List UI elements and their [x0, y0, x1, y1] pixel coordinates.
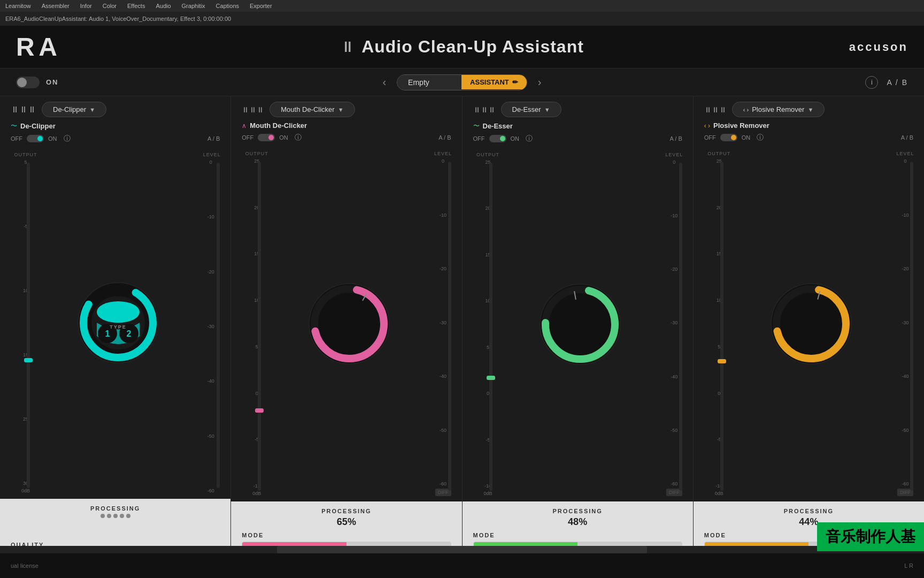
preset-prev-button[interactable]: ‹: [378, 74, 390, 90]
svg-text:1: 1: [105, 329, 110, 338]
mouth-de-clicker-switch[interactable]: [258, 134, 275, 141]
de-clipper-button[interactable]: De-Clipper ▼: [42, 102, 106, 117]
mouth-level-label: LEVEL: [434, 151, 452, 156]
mouth-knob-container[interactable]: [304, 278, 395, 369]
left-controls: ON: [16, 77, 59, 88]
svg-point-18: [553, 298, 607, 351]
mouth-de-clicker-button[interactable]: Mouth De-Clicker ▼: [270, 102, 355, 117]
mouth-de-clicker-on-label: ON: [279, 134, 288, 141]
subtitle-box: 音乐制作人基: [817, 522, 924, 551]
plosive-label-arrows: ‹ ›: [743, 107, 749, 113]
de-clipper-info-icon[interactable]: ⓘ: [64, 134, 71, 143]
assistant-icon: ✏: [512, 78, 518, 86]
de-clipper-off-label: OFF: [11, 135, 22, 142]
scroll-area[interactable]: [0, 546, 924, 553]
svg-point-23: [784, 297, 838, 351]
de-clipper-ab[interactable]: A / B: [207, 135, 220, 142]
subtitle-text: 音乐制作人基: [826, 528, 915, 545]
mouth-de-clicker-label: Mouth De-Clicker: [281, 105, 334, 113]
plugin-header: R A ⏸ Audio Clean-Up Assistant accuson: [0, 26, 924, 69]
title-bar: ERA6_AudioCleanUpAssistant: Audio 1, Voi…: [0, 12, 924, 26]
de-clipper-dropdown-arrow: ▼: [89, 107, 95, 113]
menu-graphitix[interactable]: Graphitix: [182, 3, 205, 9]
plosive-level-bar: [910, 162, 913, 491]
plosive-remover-button[interactable]: ‹ › Plosive Remover ▼: [732, 102, 825, 117]
menu-color[interactable]: Color: [103, 3, 117, 9]
plosive-remover-ab[interactable]: A / B: [901, 134, 913, 141]
plosive-remover-toggle-row: OFF ON ⓘ A / B: [694, 133, 924, 142]
menu-assembler[interactable]: Assembler: [42, 3, 70, 9]
menu-infor[interactable]: Infor: [80, 3, 92, 9]
de-esser-header: ⏸⏸⏸ De-Esser ▼: [463, 102, 693, 117]
plosive-output-value: 0dB: [715, 491, 723, 496]
de-esser-ab[interactable]: A / B: [670, 135, 682, 142]
de-esser-output-handle[interactable]: [487, 376, 495, 380]
header-center: ⏸ Audio Clean-Up Assistant: [340, 37, 584, 57]
plosive-remover-switch[interactable]: [720, 134, 737, 141]
preset-next-button[interactable]: ›: [534, 74, 546, 90]
plosive-remover-knob: [731, 135, 736, 140]
de-clipper-knob-container[interactable]: 1 2 DE-CLIP TYPE: [73, 277, 164, 368]
plugin-window: R A ⏸ Audio Clean-Up Assistant accuson O…: [0, 26, 924, 578]
mouth-output-handle[interactable]: [255, 408, 264, 413]
de-clipper-output-bar: [27, 163, 30, 488]
svg-text:DE-CLIP: DE-CLIP: [104, 310, 132, 317]
de-esser-processing-value: 48%: [473, 516, 682, 528]
menu-exporter[interactable]: Exporter: [250, 3, 272, 9]
de-esser-button[interactable]: De-Esser ▼: [501, 102, 561, 117]
de-esser-output-label: OUTPUT: [476, 152, 499, 157]
de-esser-knob-container[interactable]: [535, 279, 626, 370]
de-esser-on-label: ON: [511, 135, 520, 142]
plosive-remover-info-icon[interactable]: ⓘ: [757, 133, 764, 142]
power-toggle[interactable]: [16, 77, 40, 88]
plosive-remover-toggle: OFF ON ⓘ: [704, 133, 764, 142]
mouth-de-clicker-toggle: OFF ON ⓘ: [242, 133, 302, 142]
app-title: ERA6_AudioCleanUpAssistant: Audio 1, Voi…: [5, 16, 231, 22]
de-esser-toggle: OFF ON ⓘ: [473, 134, 533, 143]
de-clipper-level-label: LEVEL: [203, 152, 221, 157]
mouth-output-value: 0dB: [252, 491, 261, 496]
preset-name: Empty: [397, 75, 461, 90]
brand-right: accuson: [849, 40, 908, 54]
plosive-output-handle[interactable]: [718, 359, 726, 363]
top-menubar: Learnitow Assembler Infor Color Effects …: [0, 0, 924, 12]
plosive-remover-svg: [766, 278, 857, 369]
de-esser-switch[interactable]: [489, 135, 506, 142]
plosive-remover-on-label: ON: [742, 134, 751, 141]
menu-learnitow[interactable]: Learnitow: [5, 3, 31, 9]
de-esser-level-bar: [679, 163, 682, 491]
de-esser-info-icon[interactable]: ⓘ: [526, 134, 533, 143]
menu-captions[interactable]: Captions: [216, 3, 239, 9]
de-clipper-switch[interactable]: [27, 135, 44, 142]
assistant-button[interactable]: ASSISTANT ✏: [461, 75, 527, 89]
plosive-output-label: OUTPUT: [707, 151, 730, 156]
controls-bar: ON ‹ Empty ASSISTANT ✏ › i A / B: [0, 69, 924, 96]
de-esser-off-label: OFF: [473, 135, 485, 142]
mouth-de-clicker-svg: [304, 278, 395, 369]
de-clipper-toggle-row: OFF ON ⓘ A / B: [0, 134, 230, 143]
de-esser-output-bar: [489, 163, 492, 491]
mouth-de-clicker-icon: ⏸⏸⏸: [242, 105, 264, 114]
plosive-output-bar: [720, 162, 723, 491]
plugin-icon: ⏸: [340, 38, 355, 56]
module-plosive-remover: ⏸⏸⏸ ‹ › Plosive Remover ▼ ‹ › Plosive Re…: [694, 96, 924, 578]
info-button[interactable]: i: [865, 76, 878, 89]
de-clipper-header: ⏸⏸⏸ De-Clipper ▼: [0, 102, 230, 117]
mouth-de-clicker-info-icon[interactable]: ⓘ: [295, 133, 302, 142]
ab-button[interactable]: A / B: [887, 78, 908, 87]
preset-box: Empty ASSISTANT ✏: [397, 74, 527, 90]
menu-audio[interactable]: Audio: [156, 3, 171, 9]
plosive-remover-wave-icon: ‹ ›: [704, 122, 710, 130]
de-esser-module-name: De-Esser: [483, 122, 513, 130]
de-esser-mode-label: MODE: [473, 532, 682, 538]
module-de-esser: ⏸⏸⏸ De-Esser ▼ 〜 De-Esser OFF ON ⓘ: [463, 96, 694, 578]
menu-effects[interactable]: Effects: [127, 3, 145, 9]
module-de-clipper: ⏸⏸⏸ De-Clipper ▼ 〜 De-Clipper OFF ON: [0, 96, 231, 578]
plosive-remover-module-name: Plosive Remover: [713, 121, 769, 130]
svg-point-13: [322, 297, 376, 351]
mouth-de-clicker-ab[interactable]: A / B: [438, 134, 451, 141]
plosive-knob-container[interactable]: [766, 278, 857, 369]
de-clipper-output-handle[interactable]: [24, 358, 33, 362]
modules-area: ⏸⏸⏸ De-Clipper ▼ 〜 De-Clipper OFF ON: [0, 96, 924, 578]
mouth-mode-label: MODE: [242, 532, 451, 538]
